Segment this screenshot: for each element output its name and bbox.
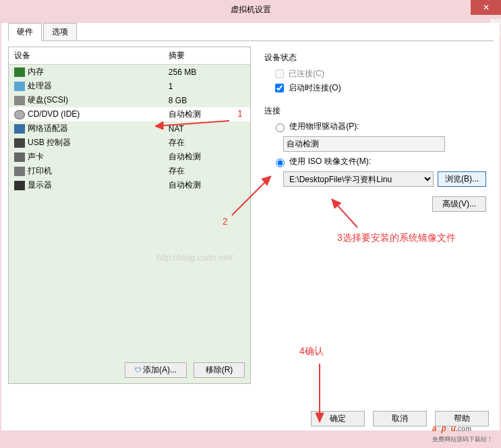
device-name-cell: 网络适配器 <box>9 121 163 136</box>
device-name-cell: USB 控制器 <box>9 136 163 150</box>
mem-icon <box>14 67 25 77</box>
device-name: 打印机 <box>28 166 52 175</box>
use-physical-label: 使用物理驱动器(P): <box>289 121 359 131</box>
connected-label: 已连接(C) <box>289 69 324 78</box>
device-summary: 自动检测 <box>163 150 250 164</box>
device-name-cell: 处理器 <box>9 79 163 93</box>
device-name-cell: CD/DVD (IDE) <box>9 107 163 121</box>
device-row[interactable]: 声卡自动检测 <box>9 150 250 164</box>
prn-icon <box>14 167 25 176</box>
device-summary: 自动检测 <box>163 178 250 192</box>
connect-poweron-checkbox[interactable] <box>275 84 284 92</box>
remove-button[interactable]: 移除(R) <box>194 362 245 378</box>
physical-drive-select[interactable]: 自动检测 <box>283 136 445 152</box>
snd-icon <box>14 152 25 162</box>
device-summary: 8 GB <box>163 93 250 107</box>
titlebar: 虚拟机设置 ✕ <box>0 0 501 19</box>
settings-panel: 设备状态 已连接(C) 启动时连接(O) 连接 使用物理驱动器(P): 自动检测… <box>258 47 493 384</box>
device-name: 硬盘(SCSI) <box>28 95 68 105</box>
disp-icon <box>14 181 25 190</box>
tab-hardware[interactable]: 硬件 <box>8 23 42 41</box>
device-name: 网络适配器 <box>28 123 68 133</box>
device-summary: NAT <box>163 121 250 136</box>
browse-button[interactable]: 浏览(B)... <box>438 171 486 187</box>
device-row[interactable]: USB 控制器存在 <box>9 136 250 150</box>
cd-icon <box>14 110 25 119</box>
device-list-panel: 设备 摘要 内存256 MB处理器1硬盘(SCSI)8 GBCD/DVD (ID… <box>8 47 251 384</box>
connected-checkbox <box>275 69 284 78</box>
device-name: 处理器 <box>28 81 52 90</box>
device-summary: 1 <box>163 79 250 93</box>
use-physical-radio[interactable] <box>276 123 285 132</box>
disk-icon <box>14 96 25 105</box>
ok-button[interactable]: 确定 <box>311 411 365 426</box>
close-button[interactable]: ✕ <box>471 0 501 15</box>
connect-poweron-label: 启动时连接(O) <box>289 83 341 92</box>
use-iso-label: 使用 ISO 映像文件(M): <box>289 157 371 166</box>
advanced-button[interactable]: 高级(V)... <box>432 196 486 212</box>
window-title: 虚拟机设置 <box>231 4 271 16</box>
cancel-button[interactable]: 取消 <box>373 411 427 426</box>
device-summary: 存在 <box>163 136 250 150</box>
iso-path-select[interactable]: E:\DesktopFile\学习资料Linu <box>283 171 434 187</box>
device-name-cell: 声卡 <box>9 150 163 164</box>
device-row[interactable]: 网络适配器NAT <box>9 121 250 136</box>
device-name-cell: 内存 <box>9 65 163 80</box>
device-table: 设备 摘要 内存256 MB处理器1硬盘(SCSI)8 GBCD/DVD (ID… <box>9 47 250 192</box>
device-row[interactable]: CD/DVD (IDE)自动检测 <box>9 107 250 121</box>
close-icon: ✕ <box>483 3 490 12</box>
device-summary: 自动检测 <box>163 107 250 121</box>
use-iso-radio[interactable] <box>276 159 285 167</box>
tab-options[interactable]: 选项 <box>43 23 77 41</box>
device-name-cell: 硬盘(SCSI) <box>9 93 163 107</box>
device-row[interactable]: 打印机存在 <box>9 164 250 178</box>
device-row[interactable]: 显示器自动检测 <box>9 178 250 192</box>
col-device[interactable]: 设备 <box>9 47 163 65</box>
device-name: CD/DVD (IDE) <box>28 109 80 119</box>
logo-sub: 免费网站源码下载站！ <box>432 435 493 444</box>
device-name-cell: 显示器 <box>9 178 163 192</box>
device-summary: 256 MB <box>163 65 250 80</box>
logo: aspku.com 免费网站源码下载站！ <box>432 418 493 444</box>
dialog-content: 硬件 选项 设备 摘要 内存256 MB处理器1硬盘(SCSI)8 GBCD/D… <box>1 23 500 431</box>
device-summary: 存在 <box>163 164 250 178</box>
device-row[interactable]: 处理器1 <box>9 79 250 93</box>
net-icon <box>14 124 25 134</box>
device-name-cell: 打印机 <box>9 164 163 178</box>
status-group-title: 设备状态 <box>264 52 486 63</box>
device-name: 声卡 <box>28 152 44 161</box>
device-row[interactable]: 内存256 MB <box>9 65 250 80</box>
device-row[interactable]: 硬盘(SCSI)8 GB <box>9 93 250 107</box>
device-name: 显示器 <box>28 180 52 190</box>
device-name: 内存 <box>28 67 44 76</box>
device-name: USB 控制器 <box>28 138 71 147</box>
cpu-icon <box>14 82 25 91</box>
add-button[interactable]: 添加(A)... <box>125 362 187 378</box>
col-summary[interactable]: 摘要 <box>163 47 250 65</box>
tab-bar: 硬件 选项 <box>8 23 493 41</box>
connection-group-title: 连接 <box>264 105 486 117</box>
usb-icon <box>14 138 25 148</box>
